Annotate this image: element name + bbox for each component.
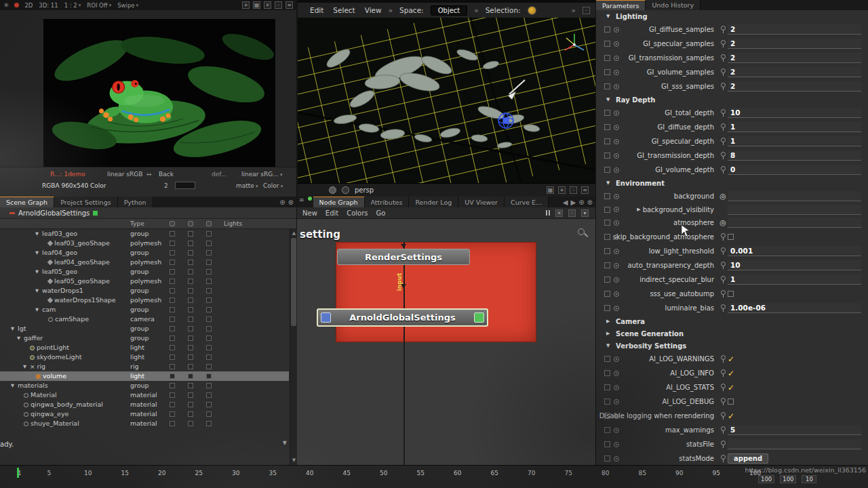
timeline-tick-30[interactable]: 30 bbox=[232, 470, 239, 476]
param-section-environment[interactable]: ▼Environment bbox=[596, 177, 868, 189]
visibility-checkbox[interactable] bbox=[206, 279, 212, 284]
close-pane-icon[interactable]: ⊗ bbox=[587, 199, 593, 206]
param-value-field[interactable]: 2 bbox=[728, 81, 861, 92]
value-state-icon[interactable] bbox=[721, 426, 725, 434]
toolbar-item-swipe[interactable]: Swipe▾ bbox=[117, 2, 138, 9]
back-buffer-value[interactable]: 2 bbox=[164, 182, 168, 189]
value-state-icon[interactable] bbox=[721, 40, 725, 47]
param-state-box-icon[interactable] bbox=[604, 384, 610, 390]
expander-icon[interactable]: ▼ bbox=[22, 362, 28, 371]
param-state-box-icon[interactable] bbox=[604, 152, 610, 159]
node-rendersettings[interactable]: RenderSettings bbox=[337, 249, 470, 265]
visibility-checkbox[interactable] bbox=[206, 250, 212, 256]
param-checkbox[interactable]: ✓ bbox=[728, 355, 868, 363]
visibility-checkbox[interactable] bbox=[206, 269, 212, 274]
timeline-tick-20[interactable]: 20 bbox=[158, 470, 165, 476]
scenegraph-row-lgt[interactable]: ▼lgtgroup bbox=[0, 324, 289, 333]
param-enable-icon[interactable] bbox=[614, 84, 619, 89]
visibility-checkbox[interactable] bbox=[170, 336, 175, 341]
scenegraph-row-leaf05-geo[interactable]: ▼leaf05_geogroup bbox=[0, 267, 289, 277]
scenegraph-row-waterdrops1[interactable]: ▼waterDrops1group bbox=[0, 286, 289, 296]
scenegraph-row-pointlight[interactable]: pointLightlight bbox=[0, 343, 289, 352]
nodegraph-menu-edit[interactable]: Edit bbox=[326, 209, 338, 217]
value-state-icon[interactable] bbox=[721, 304, 725, 312]
param-enable-icon[interactable] bbox=[614, 70, 619, 75]
value-state-icon[interactable] bbox=[721, 398, 725, 405]
param-enable-icon[interactable] bbox=[614, 207, 619, 212]
scroll-more-icon[interactable]: ▼ bbox=[283, 440, 287, 446]
visibility-checkbox[interactable] bbox=[206, 326, 212, 331]
param-state-box-icon[interactable] bbox=[604, 356, 610, 362]
visibility-checkbox[interactable] bbox=[206, 392, 212, 398]
param-enable-icon[interactable] bbox=[614, 291, 619, 297]
scenegraph-row-skydomelight[interactable]: skydomeLightlight bbox=[0, 352, 289, 362]
timeline-tick-45[interactable]: 45 bbox=[343, 470, 351, 476]
param-value-field[interactable]: 1 bbox=[728, 122, 861, 132]
timeline-tick-95[interactable]: 95 bbox=[713, 470, 720, 476]
tab-parameters[interactable]: Parameters bbox=[596, 0, 646, 10]
visibility-checkbox[interactable] bbox=[206, 402, 212, 407]
tab-project-settings[interactable]: Project Settings bbox=[54, 197, 118, 207]
param-checkbox[interactable]: ✓ bbox=[728, 369, 868, 378]
expander-icon[interactable]: ▼ bbox=[34, 248, 40, 258]
visibility-checkbox[interactable] bbox=[188, 411, 193, 417]
monitor-render-view[interactable] bbox=[43, 19, 275, 167]
look-through-icon[interactable] bbox=[342, 186, 349, 194]
camera-name[interactable]: persp bbox=[355, 186, 374, 194]
param-checkbox[interactable] bbox=[728, 399, 868, 405]
visibility-checkbox[interactable] bbox=[170, 307, 175, 312]
scrollbar-thumb[interactable] bbox=[291, 238, 296, 326]
scenegraph-row-gaffer[interactable]: ▼gaffergroup bbox=[0, 333, 289, 343]
param-section-ray-depth[interactable]: ▼Ray Depth bbox=[596, 94, 868, 106]
selection-color-button[interactable] bbox=[528, 6, 536, 15]
param-value-field[interactable]: 10 bbox=[728, 108, 861, 118]
param-checkbox[interactable]: ✓ bbox=[728, 384, 868, 392]
timeline-tick-80[interactable]: 80 bbox=[601, 470, 609, 476]
nodegraph-menu-colors[interactable]: Colors bbox=[347, 209, 368, 217]
visibility-checkbox[interactable] bbox=[206, 317, 212, 322]
scenegraph-row-leaf04-geo[interactable]: ▼leaf04_geogroup bbox=[0, 248, 289, 258]
viewer-column-icon[interactable] bbox=[206, 221, 212, 226]
visibility-checkbox[interactable] bbox=[206, 354, 212, 360]
param-value-field[interactable]: 1.00e-06 bbox=[728, 303, 861, 313]
scenegraph-row-leaf05-geoshape[interactable]: leaf05_geoShapepolymesh bbox=[0, 277, 289, 286]
param-value-field[interactable]: 0.001 bbox=[728, 246, 861, 256]
param-enable-icon[interactable] bbox=[614, 41, 619, 47]
visibility-checkbox[interactable] bbox=[170, 279, 175, 284]
param-enable-icon[interactable] bbox=[614, 153, 619, 159]
expand-triangle-icon[interactable]: ▶ bbox=[606, 319, 612, 324]
default-label[interactable]: def... bbox=[212, 171, 226, 178]
value-state-icon[interactable] bbox=[721, 262, 725, 269]
param-enable-icon[interactable] bbox=[614, 277, 619, 283]
value-state-icon[interactable] bbox=[721, 152, 725, 159]
visibility-checkbox[interactable] bbox=[206, 411, 212, 417]
visibility-checkbox[interactable] bbox=[206, 260, 212, 265]
expander-icon[interactable]: ▼ bbox=[9, 324, 16, 333]
param-checkbox[interactable] bbox=[728, 234, 868, 240]
param-state-box-icon[interactable] bbox=[604, 291, 610, 297]
viewport-menu-edit[interactable]: Edit bbox=[310, 6, 323, 14]
param-enable-icon[interactable] bbox=[614, 357, 619, 362]
param-state-box-icon[interactable] bbox=[604, 83, 610, 89]
collapse-triangle-icon[interactable]: ▼ bbox=[606, 14, 612, 19]
visibility-checkbox[interactable] bbox=[170, 411, 175, 417]
collapse-triangle-icon[interactable]: ▼ bbox=[606, 343, 612, 348]
nodegraph-menu-new[interactable]: New bbox=[302, 209, 317, 217]
value-state-icon[interactable] bbox=[721, 247, 725, 255]
param-checkbox[interactable] bbox=[728, 291, 868, 297]
value-state-icon[interactable] bbox=[721, 109, 725, 117]
timeline-tick-60[interactable]: 60 bbox=[454, 470, 461, 476]
param-state-box-icon[interactable] bbox=[604, 455, 610, 462]
collapse-triangle-icon[interactable]: ▼ bbox=[606, 180, 612, 186]
param-state-box-icon[interactable] bbox=[604, 277, 610, 283]
param-enable-icon[interactable] bbox=[614, 56, 619, 61]
visibility-checkbox[interactable] bbox=[170, 402, 175, 407]
timeline-tick-1[interactable]: 1 bbox=[18, 470, 22, 476]
tab-python[interactable]: Python bbox=[118, 197, 153, 207]
chevron-icon[interactable]: » bbox=[474, 6, 478, 14]
colorspace2-dropdown[interactable]: linear sRG... bbox=[241, 171, 283, 178]
toolbar-item-1-2[interactable]: 1 : 2▾ bbox=[64, 2, 81, 9]
tab-render-log[interactable]: Render Log bbox=[409, 197, 458, 207]
param-enable-icon[interactable] bbox=[614, 413, 619, 419]
timeline-tick-5[interactable]: 5 bbox=[47, 470, 52, 476]
